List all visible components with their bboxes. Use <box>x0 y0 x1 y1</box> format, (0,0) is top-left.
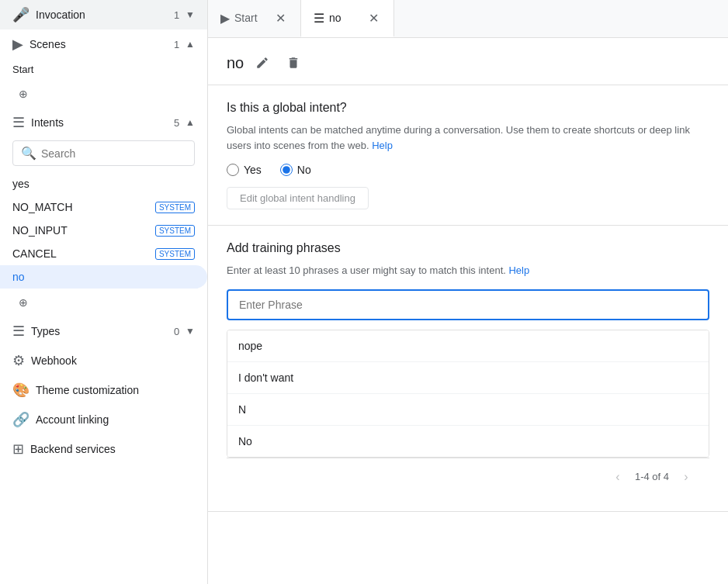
intent-yes-label: yes <box>12 178 29 190</box>
radio-no-text: No <box>297 164 311 176</box>
content-header: no <box>208 38 728 85</box>
sidebar-item-backend-services[interactable]: ⊞ Backend services <box>0 434 207 464</box>
phrase-row: No <box>227 426 709 457</box>
training-phrases-description: Enter at least 10 phrases a user might s… <box>227 263 709 278</box>
global-intent-section: Is this a global intent? Global intents … <box>208 85 728 226</box>
radio-no-label[interactable]: No <box>280 164 311 176</box>
pencil-icon <box>255 56 269 70</box>
edit-title-button[interactable] <box>250 50 275 75</box>
sidebar-item-webhook[interactable]: ⚙ Webhook <box>0 346 207 375</box>
edit-global-intent-button[interactable]: Edit global intent handling <box>227 187 369 209</box>
tab-no-label: no <box>329 12 341 24</box>
content-area: no Is this a global intent? Global inten… <box>208 38 728 584</box>
trash-icon <box>286 56 300 70</box>
intent-item-no-input[interactable]: NO_INPUT SYSTEM <box>0 219 207 242</box>
backend-services-label: Backend services <box>30 443 195 455</box>
invocation-label: Invocation <box>36 9 168 21</box>
tab-start-icon: ▶ <box>220 11 230 26</box>
radio-yes[interactable] <box>227 164 239 176</box>
scenes-chevron-icon: ▲ <box>185 39 195 50</box>
sidebar-item-invocation[interactable]: 🎤 Invocation 1 ▼ <box>0 0 207 29</box>
pagination-next-button[interactable]: › <box>675 466 697 488</box>
intent-no-input-label: NO_INPUT <box>12 224 68 237</box>
add-scene-icon: ⊕ <box>19 88 28 100</box>
invocation-count: 1 <box>174 9 179 21</box>
account-linking-label: Account linking <box>36 413 195 426</box>
training-phrases-title: Add training phrases <box>227 241 709 255</box>
search-input[interactable] <box>41 147 186 160</box>
scenes-count: 1 <box>174 39 179 50</box>
sidebar-item-theme[interactable]: 🎨 Theme customization <box>0 375 207 405</box>
radio-yes-text: Yes <box>244 164 262 176</box>
intents-icon: ☰ <box>12 114 25 131</box>
intents-label: Intents <box>31 116 168 129</box>
types-label: Types <box>31 325 168 337</box>
tab-start[interactable]: ▶ Start ✕ <box>208 0 301 37</box>
link-icon: 🔗 <box>12 411 29 428</box>
intent-cancel-label: CANCEL <box>12 247 57 260</box>
mic-icon: 🎤 <box>12 6 29 23</box>
tab-no-icon: ☰ <box>314 11 324 26</box>
pagination-info: 1-4 of 4 <box>635 471 669 482</box>
add-intent-button[interactable]: ⊕ <box>12 292 34 313</box>
radio-no[interactable] <box>280 164 293 176</box>
phrases-list: nope I don't want N No <box>227 330 709 458</box>
pagination: ‹ 1-4 of 4 › <box>227 458 709 496</box>
palette-icon: 🎨 <box>12 382 29 399</box>
intent-item-yes[interactable]: yes <box>0 172 207 195</box>
intent-item-cancel[interactable]: CANCEL SYSTEM <box>0 242 207 265</box>
invocation-chevron-icon: ▼ <box>185 9 195 20</box>
training-phrases-help-link[interactable]: Help <box>508 264 529 276</box>
phrase-input-container <box>227 289 709 320</box>
search-container: 🔍 <box>12 140 195 166</box>
phrase-row: nope <box>227 330 709 362</box>
scenes-icon: ▶ <box>12 36 23 53</box>
add-scene-button[interactable]: ⊕ <box>12 83 34 105</box>
pagination-prev-button[interactable]: ‹ <box>607 466 629 488</box>
no-input-system-badge: SYSTEM <box>155 225 195 237</box>
training-phrases-section: Add training phrases Enter at least 10 p… <box>208 226 728 512</box>
tab-start-close-button[interactable]: ✕ <box>272 10 288 26</box>
global-intent-radio-group: Yes No <box>227 164 709 176</box>
add-intent-icon: ⊕ <box>19 296 28 309</box>
phrase-text: I don't want <box>238 371 293 384</box>
edit-global-intent-label: Edit global intent handling <box>240 192 355 204</box>
search-icon: 🔍 <box>21 146 36 161</box>
sidebar-item-account-linking[interactable]: 🔗 Account linking <box>0 405 207 434</box>
phrase-text: nope <box>238 340 262 352</box>
intent-no-label: no <box>12 271 25 283</box>
webhook-icon: ⚙ <box>12 352 25 369</box>
global-intent-help-link[interactable]: Help <box>372 140 393 151</box>
types-count: 0 <box>174 326 179 337</box>
sidebar: 🎤 Invocation 1 ▼ ▶ Scenes 1 ▲ Start ⊕ ☰ … <box>0 0 208 584</box>
delete-button[interactable] <box>281 50 306 75</box>
tab-no[interactable]: ☰ no ✕ <box>301 0 394 37</box>
intent-item-no-match[interactable]: NO_MATCH SYSTEM <box>0 195 207 219</box>
tabs-bar: ▶ Start ✕ ☰ no ✕ <box>208 0 728 38</box>
phrase-text: No <box>238 435 252 448</box>
sidebar-item-intents[interactable]: ☰ Intents 5 ▲ <box>0 108 207 137</box>
phrase-input[interactable] <box>228 291 708 319</box>
sidebar-item-types[interactable]: ☰ Types 0 ▼ <box>0 316 207 346</box>
start-section-label: Start <box>0 59 207 80</box>
sidebar-item-scenes[interactable]: ▶ Scenes 1 ▲ <box>0 29 207 59</box>
tab-start-label: Start <box>234 12 258 24</box>
intents-count: 5 <box>174 117 179 129</box>
global-intent-title: Is this a global intent? <box>227 101 709 115</box>
phrase-row: I don't want <box>227 362 709 394</box>
main-content: ▶ Start ✕ ☰ no ✕ no <box>208 0 728 584</box>
intent-item-no[interactable]: no <box>0 265 207 289</box>
types-chevron-icon: ▼ <box>185 326 195 337</box>
global-intent-description: Global intents can be matched anytime du… <box>227 123 709 153</box>
phrase-text: N <box>238 403 246 416</box>
tab-no-close-button[interactable]: ✕ <box>366 10 381 26</box>
theme-label: Theme customization <box>36 384 195 396</box>
types-icon: ☰ <box>12 323 25 340</box>
intents-chevron-icon: ▲ <box>185 117 195 128</box>
radio-yes-label[interactable]: Yes <box>227 164 262 176</box>
grid-icon: ⊞ <box>12 441 24 458</box>
cancel-system-badge: SYSTEM <box>155 248 195 260</box>
intent-no-match-label: NO_MATCH <box>12 201 73 213</box>
no-match-system-badge: SYSTEM <box>155 202 195 213</box>
webhook-label: Webhook <box>31 354 195 367</box>
